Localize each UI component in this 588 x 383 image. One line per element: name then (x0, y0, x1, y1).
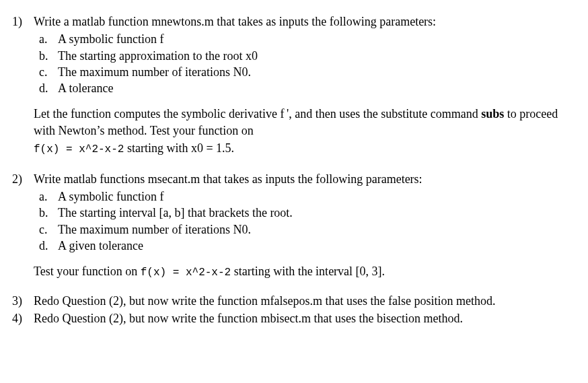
question-1-item-c: c. The maximum number of iterations N0. (39, 64, 569, 80)
question-3-row: 3) Redo Question (2), but now write the … (12, 293, 569, 309)
sub-letter: d. (39, 238, 58, 254)
question-1-item-b: b. The starting approximation to the roo… (39, 48, 569, 64)
text-run: starting with x0 = 1.5. (124, 141, 234, 155)
sub-text: A symbolic function f (58, 31, 569, 47)
question-4: 4) Redo Question (2), but now write the … (12, 310, 569, 326)
sub-letter: b. (39, 48, 58, 64)
text-run: starting with the interval [0, 3]. (231, 265, 385, 278)
sub-text: A symbolic function f (58, 188, 569, 205)
question-2-item-b: b. The starting interval [a, b] that bra… (39, 205, 569, 221)
question-3: 3) Redo Question (2), but now write the … (12, 293, 569, 309)
question-2-intro: Write matlab functions msecant.m that ta… (34, 171, 569, 187)
sub-letter: b. (39, 205, 58, 221)
text-run: Test your function on (34, 265, 141, 278)
sub-text: The starting interval [a, b] that bracke… (58, 205, 569, 221)
question-2-header: 2) Write matlab functions msecant.m that… (12, 171, 569, 187)
sub-text: The maximum number of iterations N0. (58, 64, 569, 80)
question-3-number: 3) (12, 293, 34, 309)
sub-letter: c. (39, 64, 58, 80)
question-1: 1) Write a matlab function mnewtons.m th… (12, 13, 569, 159)
question-1-header: 1) Write a matlab function mnewtons.m th… (12, 13, 569, 30)
question-1-number: 1) (12, 13, 34, 30)
question-1-paragraph: Let the function computes the symbolic d… (12, 106, 569, 158)
question-2-test-line: Test your function on f(x) = x^2-x-2 sta… (12, 263, 569, 281)
bold-subs: subs (481, 107, 504, 120)
sub-text: The starting approximation to the root x… (58, 48, 569, 64)
question-2-test-body: Test your function on f(x) = x^2-x-2 sta… (34, 263, 569, 281)
question-1-body-paragraph: Let the function computes the symbolic d… (34, 106, 569, 158)
question-4-row: 4) Redo Question (2), but now write the … (12, 310, 569, 326)
question-2-sublist: a. A symbolic function f b. The starting… (39, 188, 569, 254)
question-2: 2) Write matlab functions msecant.m that… (12, 171, 569, 281)
question-1-sublist: a. A symbolic function f b. The starting… (39, 31, 569, 96)
question-2-item-d: d. A given tolerance (39, 238, 569, 254)
sub-letter: d. (39, 80, 58, 96)
question-1-para-line: Let the function computes the symbolic d… (34, 106, 569, 139)
question-4-number: 4) (12, 310, 34, 326)
code-run: f(x) = x^2-x-2 (141, 267, 231, 279)
question-4-text: Redo Question (2), but now write the fun… (34, 310, 569, 326)
sub-text: A given tolerance (58, 238, 569, 254)
sub-text: The maximum number of iterations N0. (58, 221, 569, 238)
question-1-item-a: a. A symbolic function f (39, 31, 569, 47)
sub-letter: a. (39, 188, 58, 205)
question-2-item-a: a. A symbolic function f (39, 188, 569, 205)
sub-text: A tolerance (58, 80, 569, 96)
question-2-item-c: c. The maximum number of iterations N0. (39, 221, 569, 238)
question-2-number: 2) (12, 171, 34, 187)
sub-letter: a. (39, 31, 58, 47)
code-run: f(x) = x^2-x-2 (34, 143, 124, 155)
question-1-intro: Write a matlab function mnewtons.m that … (34, 13, 569, 30)
text-run: Let the function computes the symbolic d… (34, 107, 481, 120)
question-3-text: Redo Question (2), but now write the fun… (34, 293, 569, 309)
question-1-item-d: d. A tolerance (39, 80, 569, 96)
question-1-code-line: f(x) = x^2-x-2 starting with x0 = 1.5. (34, 140, 569, 158)
sub-letter: c. (39, 221, 58, 238)
